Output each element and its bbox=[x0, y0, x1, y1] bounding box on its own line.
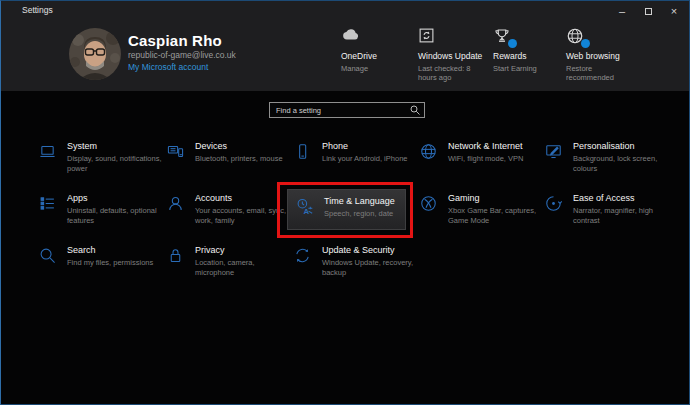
privacy-lock-icon bbox=[167, 247, 184, 264]
quick-action-label: OneDrive bbox=[341, 51, 411, 61]
tile-title: Search bbox=[67, 245, 163, 255]
tile-title: Phone bbox=[322, 141, 418, 151]
tile-title: Update & Security bbox=[322, 245, 418, 255]
notification-dot bbox=[508, 39, 517, 48]
web-browsing-globe-icon bbox=[566, 27, 586, 45]
tile-title: Gaming bbox=[448, 193, 544, 203]
gaming-xbox-icon bbox=[420, 195, 437, 212]
tile-search[interactable]: Search Find my files, permissions bbox=[39, 245, 163, 291]
tile-subtitle: Display, sound, notifications, power bbox=[67, 154, 163, 174]
accounts-icon bbox=[167, 195, 184, 212]
tile-apps[interactable]: Apps Uninstall, defaults, optional featu… bbox=[39, 193, 163, 239]
time-language-icon: A bbox=[296, 198, 313, 215]
window-controls: – × bbox=[609, 1, 687, 21]
tile-ease-of-access[interactable]: Ease of Access Narrator, magnifier, high… bbox=[545, 193, 669, 239]
quick-action-rewards[interactable]: Rewards Start Earning bbox=[493, 27, 563, 73]
tile-gaming[interactable]: Gaming Xbox Game Bar, captures, Game Mod… bbox=[420, 193, 544, 239]
notification-dot bbox=[581, 39, 590, 48]
quick-action-label: Windows Update bbox=[418, 51, 488, 61]
tile-title: Privacy bbox=[195, 245, 291, 255]
tile-system[interactable]: System Display, sound, notifications, po… bbox=[39, 141, 163, 187]
search-input[interactable] bbox=[270, 103, 408, 117]
tile-title: Time & Language bbox=[324, 196, 405, 206]
tile-personalisation[interactable]: Personalisation Background, lock screen,… bbox=[545, 141, 669, 187]
quick-action-windows-update[interactable]: Windows Update Last checked: 8 hours ago bbox=[418, 27, 488, 83]
tile-subtitle: Background, lock screen, colours bbox=[573, 154, 669, 174]
quick-action-sublabel: Last checked: 8 hours ago bbox=[418, 64, 488, 83]
profile-name: Caspian Rho bbox=[128, 32, 222, 49]
quick-action-sublabel: Restore recommended bbox=[566, 64, 636, 83]
windows-update-icon bbox=[418, 27, 438, 45]
tile-subtitle: Speech, region, date bbox=[324, 209, 405, 219]
tile-subtitle: WiFi, flight mode, VPN bbox=[448, 154, 544, 164]
tile-devices[interactable]: Devices Bluetooth, printers, mouse bbox=[167, 141, 291, 187]
rewards-trophy-icon bbox=[493, 27, 513, 45]
quick-action-label: Rewards bbox=[493, 51, 563, 61]
system-icon bbox=[39, 143, 56, 160]
onedrive-cloud-icon bbox=[341, 27, 361, 45]
tile-title: Accounts bbox=[195, 193, 291, 203]
quick-action-web-browsing[interactable]: Web browsing Restore recommended bbox=[566, 27, 636, 83]
window-title: Settings bbox=[22, 5, 53, 15]
tile-subtitle: Link your Android, iPhone bbox=[322, 154, 418, 164]
tile-title: Devices bbox=[195, 141, 291, 151]
close-button[interactable]: × bbox=[661, 1, 687, 21]
search-box bbox=[269, 102, 425, 118]
tile-subtitle: Your accounts, email, sync, work, family bbox=[195, 206, 291, 226]
maximize-button[interactable] bbox=[635, 1, 661, 21]
tile-subtitle: Location, camera, microphone bbox=[195, 258, 291, 278]
tile-title: Personalisation bbox=[573, 141, 669, 151]
quick-action-label: Web browsing bbox=[566, 51, 636, 61]
avatar bbox=[69, 28, 121, 80]
tile-time-language[interactable]: A Time & Language Speech, region, date bbox=[287, 189, 406, 230]
ease-of-access-icon bbox=[545, 195, 562, 212]
tile-phone[interactable]: Phone Link your Android, iPhone bbox=[294, 141, 418, 187]
tile-accounts[interactable]: Accounts Your accounts, email, sync, wor… bbox=[167, 193, 291, 239]
tile-title: System bbox=[67, 141, 163, 151]
tile-privacy[interactable]: Privacy Location, camera, microphone bbox=[167, 245, 291, 291]
apps-icon bbox=[39, 195, 56, 212]
phone-icon bbox=[294, 143, 311, 160]
tile-network[interactable]: Network & Internet WiFi, flight mode, VP… bbox=[420, 141, 544, 187]
tile-subtitle: Find my files, permissions bbox=[67, 258, 163, 268]
tile-update-security[interactable]: Update & Security Windows Update, recove… bbox=[294, 245, 418, 291]
tile-subtitle: Windows Update, recovery, backup bbox=[322, 258, 418, 278]
search-category-icon bbox=[39, 247, 56, 264]
tile-subtitle: Uninstall, defaults, optional features bbox=[67, 206, 163, 226]
quick-action-onedrive[interactable]: OneDrive Manage bbox=[341, 27, 411, 73]
microsoft-account-link[interactable]: My Microsoft account bbox=[128, 62, 208, 72]
tile-title: Ease of Access bbox=[573, 193, 669, 203]
quick-action-sublabel: Manage bbox=[341, 64, 411, 73]
search-icon bbox=[408, 104, 422, 116]
minimize-icon: – bbox=[619, 5, 625, 17]
tile-subtitle: Narrator, magnifier, high contrast bbox=[573, 206, 669, 226]
quick-action-sublabel: Start Earning bbox=[493, 64, 563, 73]
tile-subtitle: Xbox Game Bar, captures, Game Mode bbox=[448, 206, 544, 226]
personalisation-icon bbox=[545, 143, 562, 160]
settings-window: Settings – × Caspian Rho republic-of-gam… bbox=[0, 0, 690, 405]
minimize-button[interactable]: – bbox=[609, 1, 635, 21]
tile-subtitle: Bluetooth, printers, mouse bbox=[195, 154, 291, 164]
close-icon: × bbox=[671, 5, 677, 17]
maximize-icon bbox=[645, 8, 652, 15]
tile-title: Network & Internet bbox=[448, 141, 544, 151]
tile-title: Apps bbox=[67, 193, 163, 203]
profile-email: republic-of-game@live.co.uk bbox=[128, 50, 236, 60]
avatar-photo bbox=[69, 28, 121, 80]
devices-icon bbox=[167, 143, 184, 160]
network-internet-icon bbox=[420, 143, 437, 160]
update-security-icon bbox=[294, 247, 311, 264]
